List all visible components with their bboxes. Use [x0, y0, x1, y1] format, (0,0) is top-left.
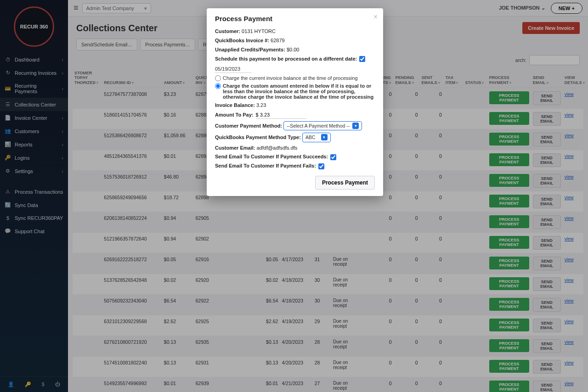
qb-invoice-value: 62879: [271, 38, 285, 43]
submit-process-payment-button[interactable]: Process Payment: [315, 176, 375, 190]
email-fail-checkbox[interactable]: [318, 163, 324, 169]
qb-payment-method-label: QuickBooks Payment Method Type:: [215, 134, 301, 140]
customer-label: Customer:: [215, 28, 240, 34]
charge-current-radio[interactable]: [215, 75, 221, 81]
process-payment-modal: × Process Payment Customer: 0131 HYTORC …: [207, 8, 383, 196]
customer-value: 0131 HYTORC: [242, 28, 276, 34]
amount-label: Amount To Pay:: [215, 112, 254, 118]
chevron-down-icon: ▾: [352, 123, 359, 129]
email-success-label: Send Email To Customer If Payment Succee…: [215, 154, 328, 159]
charge-current-label: Charge the current invoice balance at th…: [223, 75, 375, 81]
qb-invoice-label: QuickBooks Invoice #:: [215, 38, 269, 43]
cust-payment-method-select[interactable]: --Select A Payment Method --▾: [283, 121, 362, 130]
schedule-label: Schedule this payment to be processed on…: [215, 56, 357, 62]
balance-value: 3.23: [256, 102, 266, 108]
balance-label: Invoice Balance:: [215, 102, 255, 108]
charge-custom-label: Charge the custom amount entered in belo…: [223, 83, 375, 100]
email-fail-label: Send Email To Customer If Payment Fails:: [215, 163, 316, 168]
chevron-down-icon: ▾: [321, 134, 328, 140]
charge-custom-radio[interactable]: [215, 83, 221, 89]
unapplied-value: $0.00: [287, 47, 300, 52]
email-success-checkbox[interactable]: [330, 154, 336, 160]
cust-payment-method-label: Customer Payment Method:: [215, 123, 282, 129]
customer-email-label: Customer Email:: [215, 145, 255, 151]
unapplied-label: Unapplied Credits/Payments:: [215, 47, 285, 52]
schedule-checkbox[interactable]: [359, 56, 365, 62]
qb-payment-method-select[interactable]: ABC▾: [302, 133, 331, 142]
close-icon[interactable]: ×: [373, 13, 378, 21]
amount-input[interactable]: [256, 111, 306, 119]
customer-email-value: adfdf@adfsdfs.dfs: [256, 145, 297, 151]
schedule-date-input[interactable]: [215, 65, 252, 73]
modal-title: Process Payment: [215, 15, 375, 22]
